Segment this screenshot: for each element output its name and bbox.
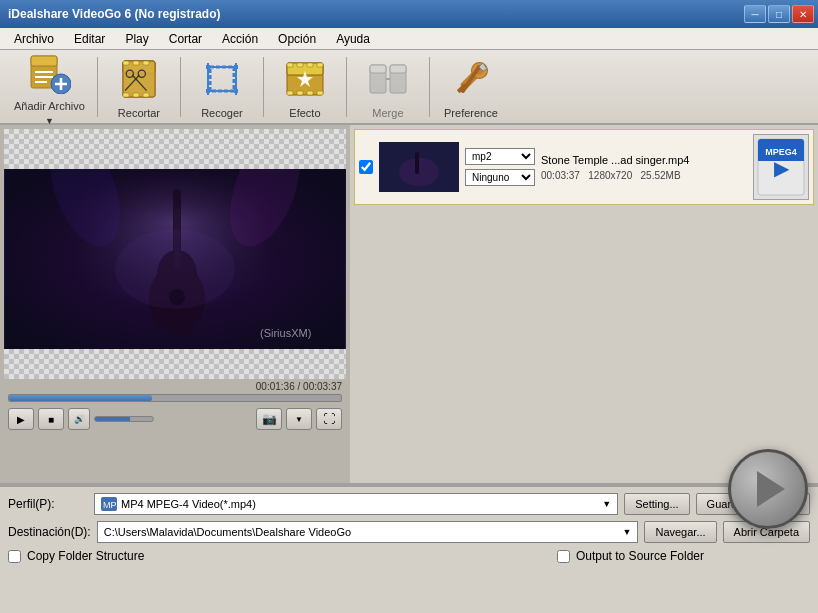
- file-meta: 00:03:37 1280x720 25.52MB: [541, 170, 747, 181]
- file-info: Stone Temple ...ad singer.mp4 00:03:37 1…: [541, 154, 747, 181]
- svg-rect-35: [317, 63, 323, 67]
- menu-play[interactable]: Play: [115, 30, 158, 48]
- menu-cortar[interactable]: Cortar: [159, 30, 212, 48]
- menu-opcion[interactable]: Opción: [268, 30, 326, 48]
- checker-top: [4, 129, 346, 169]
- time-display: 00:01:36 / 00:03:37: [8, 381, 342, 392]
- bottom-section: Perfil(P): MP4 MP4 MPEG-4 Video(*.mp4) ▼…: [0, 483, 818, 569]
- destination-row: Destinación(D): C:\Users\Malavida\Docume…: [8, 521, 810, 543]
- trim-label: Recortar: [118, 107, 160, 119]
- svg-rect-44: [390, 65, 406, 73]
- trim-svg: [117, 57, 161, 101]
- browse-button[interactable]: Navegar...: [644, 521, 716, 543]
- merge-icon: [364, 55, 412, 103]
- file-duration: 00:03:37: [541, 170, 580, 181]
- menu-ayuda[interactable]: Ayuda: [326, 30, 380, 48]
- svg-rect-15: [133, 93, 139, 97]
- effect-icon: [281, 55, 329, 103]
- preference-svg: [449, 57, 493, 101]
- progress-bar[interactable]: [8, 394, 342, 402]
- svg-rect-10: [123, 61, 155, 97]
- svg-rect-13: [143, 61, 149, 65]
- play-button[interactable]: ▶: [8, 408, 34, 430]
- preference-button[interactable]: Preference: [436, 51, 506, 123]
- add-file-icon: [25, 48, 73, 96]
- svg-rect-1: [31, 56, 57, 66]
- svg-rect-32: [287, 63, 293, 67]
- svg-rect-67: [415, 152, 419, 174]
- svg-rect-11: [123, 61, 129, 65]
- file-list-panel: mp2 mp3 aac Ninguno Stone Temple ...ad s…: [350, 125, 818, 483]
- maximize-button[interactable]: □: [768, 5, 790, 23]
- add-file-dropdown-icon: ▼: [45, 116, 54, 126]
- svg-rect-21: [210, 67, 234, 91]
- svg-rect-37: [297, 91, 303, 95]
- copy-folder-checkbox[interactable]: [8, 550, 21, 563]
- svg-rect-14: [123, 93, 129, 97]
- crop-svg: [200, 57, 244, 101]
- crop-button[interactable]: Recoger: [187, 51, 257, 123]
- toolbar-separator-1: [97, 57, 98, 117]
- volume-slider[interactable]: [94, 416, 154, 422]
- minimize-button[interactable]: ─: [744, 5, 766, 23]
- preference-label: Preference: [444, 107, 498, 119]
- merge-button[interactable]: Merge: [353, 51, 423, 123]
- svg-rect-36: [287, 91, 293, 95]
- toolbar-separator-2: [180, 57, 181, 117]
- file-name: Stone Temple ...ad singer.mp4: [541, 154, 747, 166]
- svg-point-63: [115, 229, 235, 309]
- add-file-label: Añadir Archivo: [14, 100, 85, 112]
- trim-icon: [115, 55, 163, 103]
- add-file-button[interactable]: Añadir Archivo ▼: [8, 44, 91, 130]
- file-checkbox[interactable]: [359, 160, 373, 174]
- profile-input[interactable]: MP4 MP4 MPEG-4 Video(*.mp4) ▼: [94, 493, 618, 515]
- snapshot-dropdown[interactable]: ▼: [286, 408, 312, 430]
- checker-bottom: [4, 349, 346, 379]
- effect-svg: [283, 57, 327, 101]
- audio-format-select[interactable]: mp2 mp3 aac: [465, 148, 535, 165]
- progress-fill: [9, 395, 152, 401]
- merge-label: Merge: [372, 107, 403, 119]
- stop-button[interactable]: ■: [38, 408, 64, 430]
- destination-input[interactable]: C:\Users\Malavida\Documents\Dealshare Vi…: [97, 521, 639, 543]
- subtitle-select[interactable]: Ninguno: [465, 169, 535, 186]
- svg-text:MPEG4: MPEG4: [765, 147, 797, 157]
- svg-text:▶: ▶: [774, 157, 790, 179]
- toolbar-separator-5: [429, 57, 430, 117]
- file-resolution: 1280x720: [588, 170, 632, 181]
- svg-rect-33: [297, 63, 303, 67]
- file-item: mp2 mp3 aac Ninguno Stone Temple ...ad s…: [354, 129, 814, 205]
- video-panel: (SiriusXM) 00:01:36 / 00:03:37 ▶ ■ 🔊 📷 ▼…: [0, 125, 350, 483]
- svg-rect-12: [133, 61, 139, 65]
- toolbar-separator-3: [263, 57, 264, 117]
- svg-rect-34: [307, 63, 313, 67]
- settings-button[interactable]: Setting...: [624, 493, 689, 515]
- toolbar: Añadir Archivo ▼: [0, 50, 818, 125]
- crop-label: Recoger: [201, 107, 243, 119]
- video-preview: (SiriusXM): [4, 169, 346, 349]
- file-size: 25.52MB: [641, 170, 681, 181]
- svg-text:MP4: MP4: [103, 500, 117, 510]
- mute-button[interactable]: 🔊: [68, 408, 90, 430]
- close-button[interactable]: ✕: [792, 5, 814, 23]
- mpeg4-badge-svg: MPEG4 ▶: [756, 137, 806, 197]
- trim-button[interactable]: Recortar: [104, 51, 174, 123]
- big-play-icon: [757, 471, 785, 507]
- svg-rect-39: [317, 91, 323, 95]
- window-title: iDealshare VideoGo 6 (No registrado): [8, 7, 221, 21]
- big-play-button[interactable]: [728, 449, 808, 529]
- snapshot-button[interactable]: 📷: [256, 408, 282, 430]
- file-thumbnail: [379, 142, 459, 192]
- bottom-bar: Perfil(P): MP4 MP4 MPEG-4 Video(*.mp4) ▼…: [0, 485, 818, 569]
- crop-icon: [198, 55, 246, 103]
- playback-controls: ▶ ■ 🔊 📷 ▼ ⛶: [4, 404, 346, 434]
- svg-rect-16: [143, 93, 149, 97]
- effect-button[interactable]: Efecto: [270, 51, 340, 123]
- destination-value: C:\Users\Malavida\Documents\Dealshare Vi…: [104, 526, 351, 538]
- destination-label: Destinación(D):: [8, 525, 91, 539]
- format-badge: MPEG4 ▶: [753, 134, 809, 200]
- menu-accion[interactable]: Acción: [212, 30, 268, 48]
- toolbar-separator-4: [346, 57, 347, 117]
- output-source-checkbox[interactable]: [557, 550, 570, 563]
- fullscreen-button[interactable]: ⛶: [316, 408, 342, 430]
